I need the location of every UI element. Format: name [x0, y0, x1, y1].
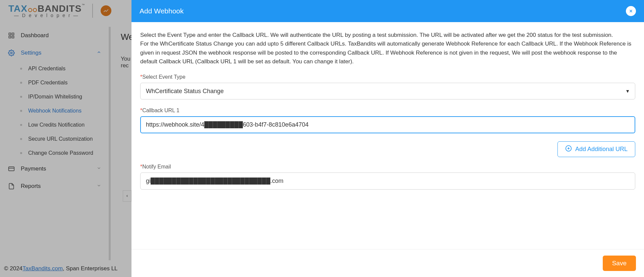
callback-url-label: *Callback URL 1 — [140, 108, 635, 114]
save-button[interactable]: Save — [603, 256, 636, 271]
notify-email-label: *Notify Email — [140, 164, 635, 170]
close-button[interactable] — [626, 6, 636, 16]
modal-title: Add Webhook — [140, 7, 184, 15]
modal-description: Select the Event Type and enter the Call… — [140, 31, 635, 66]
close-icon — [629, 9, 633, 13]
add-additional-url-button[interactable]: Add Additional URL — [557, 141, 635, 157]
notify-email-input[interactable] — [140, 172, 635, 190]
event-type-label: *Select Event Type — [140, 74, 635, 80]
callback-url-input[interactable] — [140, 116, 635, 133]
add-webhook-modal: Add Webhook Select the Event Type and en… — [131, 0, 644, 277]
event-type-select[interactable]: WhCertificate Status Change — [140, 83, 635, 99]
modal-header: Add Webhook — [131, 0, 644, 22]
plus-circle-icon — [565, 145, 572, 153]
